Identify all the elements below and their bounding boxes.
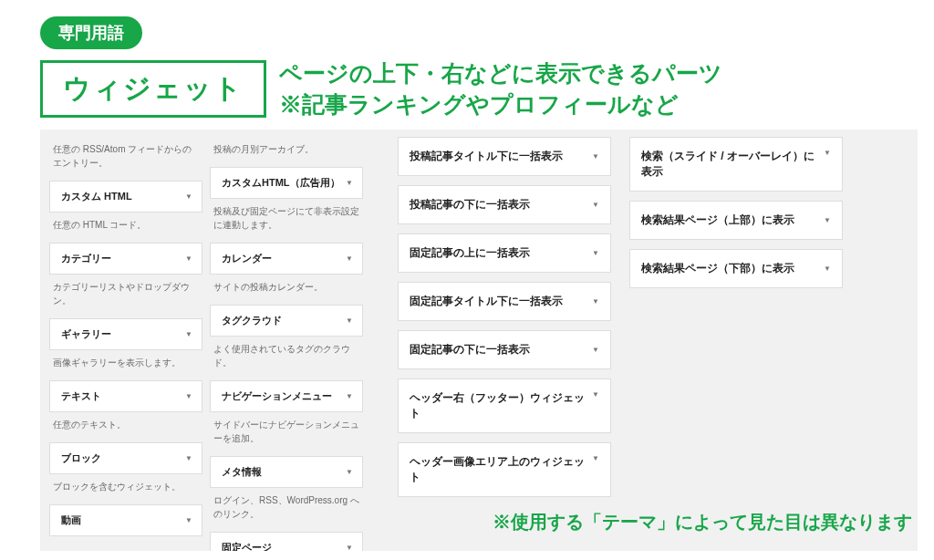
chevron-down-icon: ▼ bbox=[592, 346, 599, 354]
widget-item[interactable]: 動画▼ bbox=[49, 504, 202, 536]
widget-area-item[interactable]: ヘッダー右（フッター）ウィジェット▼ bbox=[398, 379, 611, 433]
widget-description: 投稿の月別アーカイブ。 bbox=[210, 137, 363, 167]
widget-area-item[interactable]: ヘッダー画像エリア上のウィジェット▼ bbox=[398, 442, 611, 497]
widget-item[interactable]: カレンダー▼ bbox=[210, 243, 363, 275]
chevron-down-icon: ▼ bbox=[346, 179, 353, 187]
chevron-down-icon: ▼ bbox=[185, 516, 192, 524]
chevron-down-icon: ▼ bbox=[592, 249, 599, 257]
widget-area-item[interactable]: 固定記事の下に一括表示▼ bbox=[398, 330, 611, 369]
widget-description: 任意のテキスト。 bbox=[49, 412, 202, 442]
chevron-down-icon: ▼ bbox=[185, 392, 192, 400]
widget-description: サイトの投稿カレンダー。 bbox=[210, 275, 363, 305]
chevron-down-icon: ▼ bbox=[824, 149, 831, 157]
widget-title: カスタムHTML（広告用） bbox=[222, 176, 340, 190]
definition-line2: ※記事ランキングやプロフィールなど bbox=[279, 89, 722, 120]
widget-area-item[interactable]: 投稿記事の下に一括表示▼ bbox=[398, 185, 611, 224]
widget-item[interactable]: 固定ページ▼ bbox=[210, 532, 363, 551]
widget-area-title: 検索結果ページ（下部）に表示 bbox=[641, 261, 794, 276]
widget-item[interactable]: カテゴリー▼ bbox=[49, 243, 202, 275]
widget-description: 画像ギャラリーを表示します。 bbox=[49, 350, 202, 380]
widget-area-title: ヘッダー右（フッター）ウィジェット bbox=[410, 390, 586, 421]
widget-title: テキスト bbox=[61, 389, 101, 403]
widget-area-title: 固定記事タイトル下に一括表示 bbox=[410, 294, 563, 309]
term-box: ウィジェット bbox=[40, 60, 266, 118]
widget-area-title: 固定記事の下に一括表示 bbox=[410, 342, 530, 358]
widget-areas-col-2: 検索（スライド / オーバーレイ）に表示▼検索結果ページ（上部）に表示▼検索結果… bbox=[629, 137, 843, 551]
widget-areas-col-1: 投稿記事タイトル下に一括表示▼投稿記事の下に一括表示▼固定記事の上に一括表示▼固… bbox=[398, 137, 611, 551]
widget-area-item[interactable]: 検索（スライド / オーバーレイ）に表示▼ bbox=[629, 137, 843, 192]
widget-item[interactable]: ブロック▼ bbox=[49, 442, 202, 474]
chevron-down-icon: ▼ bbox=[592, 390, 599, 399]
widget-area-item[interactable]: 固定記事タイトル下に一括表示▼ bbox=[398, 282, 611, 321]
chevron-down-icon: ▼ bbox=[346, 254, 353, 263]
widget-title: カレンダー bbox=[222, 252, 272, 265]
widget-area-title: 検索（スライド / オーバーレイ）に表示 bbox=[641, 149, 818, 180]
widget-title: タグクラウド bbox=[222, 314, 282, 327]
definition: ページの上下・右などに表示できるパーツ ※記事ランキングやプロフィールなど bbox=[279, 58, 722, 120]
widget-area-title: ヘッダー画像エリア上のウィジェット bbox=[410, 454, 586, 485]
available-widgets-col-1: 任意の RSS/Atom フィードからのエントリー。カスタム HTML▼任意の … bbox=[49, 137, 202, 551]
widget-area-item[interactable]: 検索結果ページ（上部）に表示▼ bbox=[629, 201, 843, 240]
chevron-down-icon: ▼ bbox=[346, 468, 353, 476]
chevron-down-icon: ▼ bbox=[592, 454, 599, 462]
chevron-down-icon: ▼ bbox=[185, 192, 192, 201]
widget-area-title: 固定記事の上に一括表示 bbox=[410, 245, 530, 261]
widget-title: メタ情報 bbox=[222, 465, 262, 479]
widget-description: 任意の RSS/Atom フィードからのエントリー。 bbox=[49, 137, 202, 181]
widget-description: ログイン、RSS、WordPress.org へのリンク。 bbox=[210, 488, 363, 532]
widget-area-title: 検索結果ページ（上部）に表示 bbox=[641, 213, 794, 228]
definition-line1: ページの上下・右などに表示できるパーツ bbox=[279, 58, 722, 89]
widget-title: カスタム HTML bbox=[61, 190, 132, 203]
widget-area-title: 投稿記事タイトル下に一括表示 bbox=[410, 149, 563, 164]
widget-area-item[interactable]: 固定記事の上に一括表示▼ bbox=[398, 233, 611, 273]
chevron-down-icon: ▼ bbox=[185, 330, 192, 338]
widget-description: カテゴリーリストやドロップダウン。 bbox=[49, 275, 202, 318]
widget-description: ブロックを含むウィジェット。 bbox=[49, 474, 202, 504]
widgets-panel: 任意の RSS/Atom フィードからのエントリー。カスタム HTML▼任意の … bbox=[40, 130, 918, 551]
widget-area-item[interactable]: 投稿記事タイトル下に一括表示▼ bbox=[398, 137, 611, 176]
widget-item[interactable]: カスタム HTML▼ bbox=[49, 181, 202, 213]
available-widgets-col-2: 投稿の月別アーカイブ。カスタムHTML（広告用）▼投稿及び固定ページにて非表示設… bbox=[210, 137, 363, 551]
chevron-down-icon: ▼ bbox=[592, 152, 599, 161]
chevron-down-icon: ▼ bbox=[592, 201, 599, 209]
chevron-down-icon: ▼ bbox=[346, 392, 353, 400]
widget-description: 任意の HTML コード。 bbox=[49, 213, 202, 243]
widget-title: 動画 bbox=[61, 513, 81, 527]
footnote: ※使用する「テーマ」によって見た目は異なります bbox=[493, 510, 912, 534]
widget-item[interactable]: ナビゲーションメニュー▼ bbox=[210, 380, 363, 412]
widget-item[interactable]: タグクラウド▼ bbox=[210, 305, 363, 337]
widget-description: よく使用されているタグのクラウド。 bbox=[210, 337, 363, 380]
chevron-down-icon: ▼ bbox=[824, 264, 831, 273]
chevron-down-icon: ▼ bbox=[185, 454, 192, 462]
chevron-down-icon: ▼ bbox=[346, 316, 353, 325]
widget-item[interactable]: テキスト▼ bbox=[49, 380, 202, 412]
chevron-down-icon: ▼ bbox=[346, 544, 353, 551]
terminology-badge: 専門用語 bbox=[40, 16, 142, 49]
widget-item[interactable]: ギャラリー▼ bbox=[49, 318, 202, 350]
widget-item[interactable]: カスタムHTML（広告用）▼ bbox=[210, 167, 363, 199]
chevron-down-icon: ▼ bbox=[592, 297, 599, 306]
header-row: ウィジェット ページの上下・右などに表示できるパーツ ※記事ランキングやプロフィ… bbox=[40, 58, 934, 120]
widget-title: カテゴリー bbox=[61, 252, 111, 265]
widget-title: ナビゲーションメニュー bbox=[222, 389, 332, 403]
widget-title: ブロック bbox=[61, 451, 101, 465]
chevron-down-icon: ▼ bbox=[824, 216, 831, 224]
widget-item[interactable]: メタ情報▼ bbox=[210, 456, 363, 488]
widget-title: ギャラリー bbox=[61, 327, 111, 341]
widget-description: 投稿及び固定ページにて非表示設定に連動します。 bbox=[210, 199, 363, 243]
widget-area-title: 投稿記事の下に一括表示 bbox=[410, 197, 530, 213]
widget-title: 固定ページ bbox=[222, 541, 272, 551]
widget-description: サイドバーにナビゲーションメニューを追加。 bbox=[210, 412, 363, 456]
widget-area-item[interactable]: 検索結果ページ（下部）に表示▼ bbox=[629, 249, 843, 288]
chevron-down-icon: ▼ bbox=[185, 254, 192, 263]
